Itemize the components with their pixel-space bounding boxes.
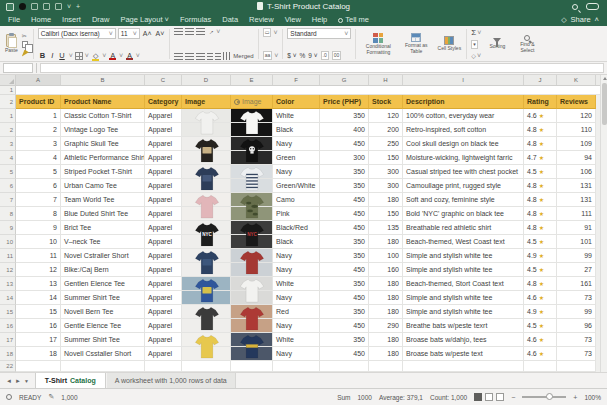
cell-color[interactable]: White: [273, 277, 320, 291]
collapse-ribbon-icon[interactable]: ˄: [595, 15, 599, 24]
align-top-icon[interactable]: [174, 28, 183, 35]
autosum-icon[interactable]: Σ˅: [471, 28, 481, 37]
cell-name[interactable]: Team World Tee: [61, 193, 145, 207]
table-header-description[interactable]: Description: [403, 95, 524, 109]
table-header-name[interactable]: Product Name: [61, 95, 145, 109]
cell-reviews[interactable]: 109: [557, 137, 596, 151]
cell-stock[interactable]: 120: [369, 109, 403, 123]
column-header-E[interactable]: E: [231, 75, 273, 85]
cell-price[interactable]: 450: [320, 347, 369, 361]
cell-img_d[interactable]: [182, 291, 231, 305]
zoom-knob[interactable]: [546, 393, 553, 400]
row-number[interactable]: 13: [0, 277, 16, 291]
cell-name[interactable]: Vintage Logo Tee: [61, 123, 145, 137]
cell-color[interactable]: Navy: [273, 347, 320, 361]
cell-description[interactable]: Beach-themed, West Coast text: [403, 235, 524, 249]
cell[interactable]: [273, 361, 320, 372]
cell[interactable]: [145, 361, 182, 372]
cell-img_d[interactable]: [182, 165, 231, 179]
cell[interactable]: [369, 361, 403, 372]
cell-img_d[interactable]: [182, 235, 231, 249]
column-header-H[interactable]: H: [369, 75, 403, 85]
font-name-select[interactable]: Calibri (Dacx iserna)˅: [38, 28, 116, 39]
highlight-color-icon[interactable]: A: [125, 52, 134, 59]
italic-button[interactable]: I: [49, 51, 55, 60]
scroll-thumb[interactable]: [602, 83, 607, 125]
accessibility-icon[interactable]: [6, 394, 12, 400]
align-bottom-icon[interactable]: [196, 28, 205, 35]
cell-img_e[interactable]: [231, 291, 273, 305]
table-header-color[interactable]: Color: [273, 95, 320, 109]
orientation-icon[interactable]: →: [206, 27, 216, 37]
search-icon[interactable]: [572, 4, 578, 10]
cell-name[interactable]: Brict Tee: [61, 221, 145, 235]
cell-price[interactable]: 450: [320, 193, 369, 207]
cell-price[interactable]: 300: [320, 151, 369, 165]
cell-category[interactable]: Apparel: [145, 305, 182, 319]
row-number[interactable]: 7: [0, 193, 16, 207]
column-header-D[interactable]: D: [182, 75, 231, 85]
cell-description[interactable]: Bold 'NYC' graphic on black tee: [403, 207, 524, 221]
cell-id[interactable]: 7: [16, 193, 61, 207]
cell-category[interactable]: Apparel: [145, 123, 182, 137]
cell-name[interactable]: Urban Camo Tee: [61, 179, 145, 193]
cell-reviews[interactable]: 111: [557, 207, 596, 221]
sheet-tab-active[interactable]: T-Shirt Catalog: [35, 373, 106, 388]
cell-stock[interactable]: 250: [369, 137, 403, 151]
cell[interactable]: [16, 361, 61, 372]
cell-color[interactable]: Navy: [273, 165, 320, 179]
row-number[interactable]: 4: [0, 151, 16, 165]
cell-description[interactable]: Retro-inspired, soft cotton: [403, 123, 524, 137]
cell-rating[interactable]: 4.9★: [524, 249, 557, 263]
cell-rating[interactable]: 4.9★: [524, 305, 557, 319]
cell-description[interactable]: Casual striped tee with chest pocket: [403, 165, 524, 179]
cell[interactable]: [557, 361, 596, 372]
cell-price[interactable]: 450: [320, 221, 369, 235]
cell-stock[interactable]: 150: [369, 151, 403, 165]
cell-reviews[interactable]: 131: [557, 179, 596, 193]
cell-name[interactable]: Summer Shirt Tee: [61, 333, 145, 347]
cell-category[interactable]: Apparel: [145, 207, 182, 221]
cell-img_e[interactable]: [231, 221, 273, 235]
cell-price[interactable]: 450: [320, 207, 369, 221]
cell-rating[interactable]: 4.5★: [524, 235, 557, 249]
cell-stock[interactable]: 300: [369, 179, 403, 193]
sheet-list-chevron-icon[interactable]: ▼: [24, 378, 29, 384]
borders-icon[interactable]: [75, 52, 83, 60]
cell-stock[interactable]: 180: [369, 235, 403, 249]
copy-icon[interactable]: [22, 40, 29, 49]
cell-price[interactable]: 350: [320, 235, 369, 249]
cell-stock[interactable]: 180: [369, 277, 403, 291]
cell-name[interactable]: Graphic Skull Tee: [61, 137, 145, 151]
row-number[interactable]: 17: [0, 333, 16, 347]
cell-category[interactable]: Apparel: [145, 235, 182, 249]
cell-img_d[interactable]: [182, 207, 231, 221]
row-number[interactable]: 6: [0, 179, 16, 193]
cell-id[interactable]: 17: [16, 333, 61, 347]
cell-id[interactable]: 18: [16, 347, 61, 361]
cell-stock[interactable]: 180: [369, 305, 403, 319]
cut-icon[interactable]: ✂: [22, 31, 29, 40]
cell-img_e[interactable]: [231, 165, 273, 179]
cell-reviews[interactable]: 73: [557, 347, 596, 361]
cell-reviews[interactable]: 99: [557, 305, 596, 319]
align-right-icon[interactable]: [196, 53, 205, 60]
cell-rating[interactable]: 4.5★: [524, 165, 557, 179]
cell-stock[interactable]: 135: [369, 221, 403, 235]
cell-description[interactable]: Broase bats w/peste text: [403, 347, 524, 361]
cell-reviews[interactable]: 27: [557, 263, 596, 277]
cell-img_d[interactable]: [182, 333, 231, 347]
cell-name[interactable]: V–neck Tee: [61, 235, 145, 249]
fill-icon[interactable]: ▾: [471, 40, 481, 49]
cell-id[interactable]: 15: [16, 305, 61, 319]
cell-reviews[interactable]: 106: [557, 165, 596, 179]
cell-img_d[interactable]: [182, 249, 231, 263]
column-header-F[interactable]: F: [273, 75, 320, 85]
cell-reviews[interactable]: 96: [557, 319, 596, 333]
cell-category[interactable]: Apparel: [145, 347, 182, 361]
column-header-C[interactable]: C: [145, 75, 182, 85]
cell[interactable]: [16, 86, 607, 95]
number-format-select[interactable]: Standard˅: [287, 28, 351, 39]
cell-price[interactable]: 350: [320, 109, 369, 123]
table-header-img_e[interactable]: Image: [231, 95, 273, 109]
